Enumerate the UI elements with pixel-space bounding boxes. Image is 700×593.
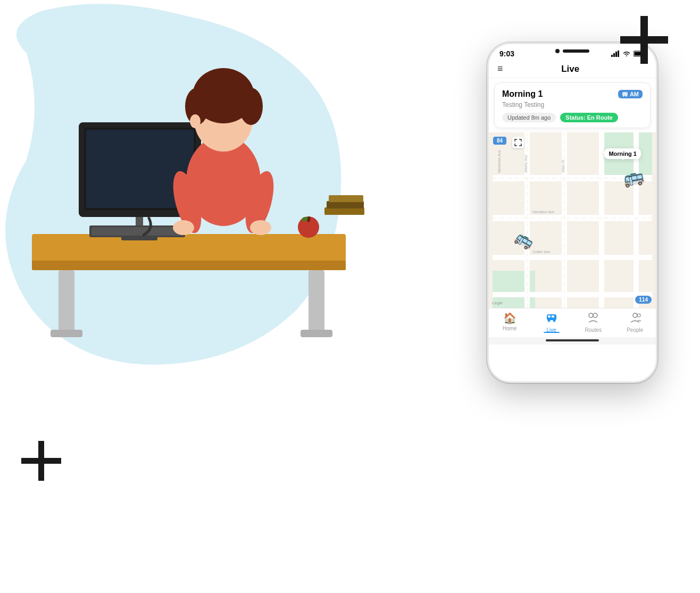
svg-text:Hamilton Ave: Hamilton Ave <box>532 210 554 214</box>
desk-scene-illustration <box>0 32 383 394</box>
svg-rect-55 <box>599 132 604 308</box>
people-icon <box>629 312 641 323</box>
map-expand-button[interactable] <box>512 137 524 148</box>
am-badge: AM <box>618 90 643 98</box>
svg-rect-7 <box>309 270 324 334</box>
expand-icon <box>514 139 522 146</box>
svg-point-22 <box>239 88 263 125</box>
menu-icon[interactable]: ≡ <box>497 63 503 74</box>
route-name: Morning 1 <box>502 89 543 99</box>
map-route-badge: 84 <box>493 137 506 145</box>
active-tab-indicator <box>544 332 560 333</box>
map-legal: Legal <box>492 300 503 305</box>
route-card[interactable]: Morning 1 AM Testing Testing Updated 8m … <box>494 82 651 128</box>
svg-rect-39 <box>618 51 619 57</box>
svg-point-24 <box>221 73 247 95</box>
phone-frame: 9:03 <box>487 43 657 383</box>
home-tab-label: Home <box>503 325 517 331</box>
svg-rect-67 <box>548 315 551 318</box>
svg-rect-3 <box>21 458 61 464</box>
svg-rect-34 <box>327 201 364 208</box>
svg-point-25 <box>190 114 201 128</box>
updated-tag: Updated 8m ago <box>502 113 556 122</box>
bus-tooltip: Morning 1 <box>604 148 641 159</box>
svg-rect-4 <box>32 234 346 263</box>
tab-live[interactable]: Live <box>531 312 573 333</box>
plus-icon-bottom-left <box>21 441 61 487</box>
people-tab-icon <box>629 312 641 326</box>
map-route-badge-2: 114 <box>635 296 652 304</box>
bus-tab-icon <box>546 312 557 323</box>
home-tab-icon: 🏠 <box>503 312 516 324</box>
svg-point-28 <box>173 220 194 235</box>
svg-rect-5 <box>32 261 346 270</box>
svg-text:Montrose Ave: Montrose Ave <box>497 150 501 173</box>
tab-bar: 🏠 Home Live <box>489 308 656 337</box>
svg-point-72 <box>593 313 597 318</box>
routes-tab-icon <box>587 312 599 326</box>
status-time: 9:03 <box>499 49 514 58</box>
svg-rect-16 <box>91 227 183 236</box>
bus-badge-icon <box>622 91 628 97</box>
plus-icon-top-right <box>620 16 668 71</box>
routes-tab-label: Routes <box>585 327 602 333</box>
bus-icon-1: 🚌 <box>621 165 646 189</box>
svg-point-44 <box>623 95 624 96</box>
svg-point-73 <box>633 313 637 318</box>
svg-rect-35 <box>329 195 363 202</box>
svg-rect-52 <box>493 292 652 297</box>
svg-rect-43 <box>622 92 628 96</box>
svg-rect-9 <box>301 330 332 337</box>
svg-point-70 <box>553 320 555 322</box>
home-indicator <box>489 337 656 345</box>
phone-mockup: 9:03 <box>487 43 657 383</box>
svg-point-71 <box>589 313 593 318</box>
tab-home[interactable]: 🏠 Home <box>489 312 531 333</box>
people-tab-label: People <box>627 327 643 333</box>
svg-point-74 <box>637 314 640 317</box>
nav-title: Live <box>503 64 638 74</box>
tab-routes[interactable]: Routes <box>572 312 614 333</box>
am-label: AM <box>630 91 639 97</box>
svg-point-45 <box>626 95 627 96</box>
routes-icon <box>587 312 599 323</box>
svg-rect-38 <box>615 52 617 57</box>
live-tab-icon <box>546 312 557 326</box>
svg-rect-6 <box>59 270 74 334</box>
status-tag: Status: En Route <box>560 113 618 122</box>
svg-rect-33 <box>324 207 364 215</box>
svg-rect-36 <box>611 55 613 57</box>
svg-point-29 <box>250 220 271 235</box>
svg-point-69 <box>548 320 550 322</box>
svg-rect-51 <box>493 255 652 260</box>
svg-text:Collier Ave: Collier Ave <box>532 250 550 254</box>
tab-people[interactable]: People <box>614 312 656 333</box>
svg-rect-8 <box>51 330 82 337</box>
signal-icon <box>611 51 620 57</box>
map-area[interactable]: Montrose Ave Hamilton Ave Collier Ave Ma… <box>489 132 656 308</box>
svg-rect-68 <box>552 315 554 318</box>
svg-rect-37 <box>613 53 615 57</box>
home-bar <box>546 339 599 341</box>
svg-rect-1 <box>620 36 668 44</box>
route-subtitle: Testing Testing <box>502 101 643 108</box>
